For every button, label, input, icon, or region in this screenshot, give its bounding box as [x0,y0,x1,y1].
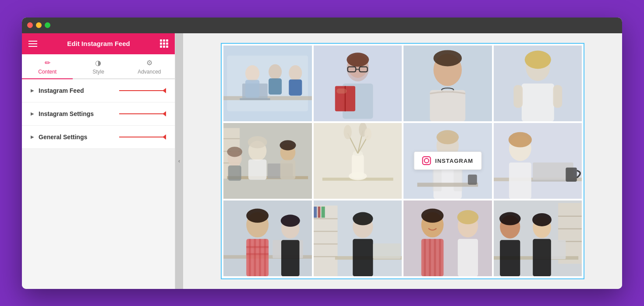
minimize-button[interactable] [36,22,42,28]
svg-rect-45 [280,160,296,179]
grid-cell-6 [314,123,402,199]
svg-point-5 [245,65,259,81]
collapse-chevron-icon: ‹ [178,158,180,164]
svg-rect-97 [314,207,317,218]
svg-rect-93 [314,218,338,219]
instagram-overlay-text: INSTAGRAM [435,158,473,164]
svg-rect-8 [269,78,282,95]
red-arrowhead-feed [163,88,166,93]
red-arrow-settings [119,111,166,116]
section-instagram-settings-label: Instagram Settings [39,110,94,117]
svg-rect-110 [429,239,431,277]
svg-point-9 [289,65,302,81]
svg-rect-112 [439,239,441,277]
svg-rect-74 [509,162,531,199]
svg-rect-87 [246,253,269,255]
svg-point-14 [347,53,369,67]
chevron-icon: ▶ [31,88,34,93]
svg-rect-4 [240,98,270,100]
svg-rect-68 [494,123,582,199]
instagram-grid: INSTAGRAM [221,43,584,279]
red-arrowhead-general [163,134,166,140]
tab-advanced[interactable]: ⚙ Advanced [124,54,175,79]
red-arrow-general [119,134,166,140]
svg-rect-52 [351,153,364,179]
tab-style[interactable]: ◑ Style [73,54,124,79]
section-instagram-feed-label: Instagram Feed [39,87,84,94]
svg-point-114 [457,210,479,224]
svg-rect-104 [373,243,401,259]
svg-point-57 [343,125,351,139]
tab-style-label: Style [92,69,104,75]
red-line-feed [119,90,163,91]
browser-content: Edit Instagram Feed ✏ Content ◑ Style [22,33,622,289]
advanced-tab-icon: ⚙ [146,59,152,67]
grid-cell-11 [403,200,492,276]
tab-content-label: Content [38,69,57,75]
svg-rect-125 [500,240,520,276]
svg-point-24 [433,50,462,66]
content-tab-icon: ✏ [45,59,50,67]
svg-point-124 [499,212,520,225]
chevron-icon-2: ▶ [31,111,34,116]
svg-point-29 [524,50,551,69]
collapse-panel-button[interactable]: ‹ [175,33,183,289]
svg-rect-109 [424,239,426,277]
svg-point-73 [508,132,531,148]
sections-list: ▶ Instagram Feed ▶ Instagram Settings [22,79,175,289]
svg-point-127 [532,213,552,226]
svg-rect-26 [430,90,465,121]
svg-rect-10 [289,79,302,95]
svg-rect-6 [245,80,259,97]
red-arrow-feed [119,88,166,93]
svg-point-7 [269,64,282,79]
svg-point-44 [280,140,296,150]
grid-cell-5 [223,123,312,199]
svg-point-62 [436,130,459,144]
chevron-icon-3: ▶ [31,134,34,139]
tabs-bar: ✏ Content ◑ Style ⚙ Advanced [22,54,175,79]
style-tab-icon: ◑ [95,59,101,67]
grid-cell-8 [494,123,582,199]
svg-point-41 [248,136,267,148]
grid-cell-9 [223,200,312,276]
svg-rect-42 [248,159,267,179]
section-instagram-feed[interactable]: ▶ Instagram Feed [22,79,175,102]
arrow-indicator-settings [119,111,166,116]
instagram-logo-icon [422,156,431,165]
red-arrowhead-settings [163,111,166,116]
svg-rect-75 [566,168,577,182]
svg-point-102 [353,212,373,225]
maximize-button[interactable] [45,22,50,28]
section-general-settings[interactable]: ▶ General Settings [22,126,175,149]
svg-rect-115 [458,239,478,277]
svg-rect-98 [318,207,320,218]
close-button[interactable] [27,22,33,28]
svg-rect-85 [264,239,266,277]
panel-header: Edit Instagram Feed [22,33,175,54]
section-general-settings-label: General Settings [39,134,87,141]
svg-rect-105 [403,200,492,276]
red-line-settings [119,113,163,114]
svg-rect-128 [533,239,551,277]
svg-rect-30 [521,83,554,121]
panel-title: Edit Instagram Feed [67,40,130,47]
svg-rect-48 [228,165,241,181]
svg-rect-118 [558,216,582,217]
svg-rect-67 [468,175,477,185]
hamburger-icon[interactable] [28,41,37,47]
svg-rect-90 [281,240,300,276]
svg-rect-82 [249,239,251,277]
svg-rect-119 [558,229,582,229]
section-instagram-settings[interactable]: ▶ Instagram Settings [22,102,175,126]
apps-grid-icon[interactable] [160,39,168,48]
red-line-general [119,137,163,137]
arrow-indicator-general [119,134,166,140]
svg-point-89 [281,215,300,227]
arrow-indicator-feed [119,88,166,93]
svg-point-47 [227,147,242,157]
svg-rect-32 [553,85,562,108]
svg-rect-31 [513,85,523,108]
tab-content[interactable]: ✏ Content [22,54,73,79]
grid-cell-2 [314,46,402,121]
